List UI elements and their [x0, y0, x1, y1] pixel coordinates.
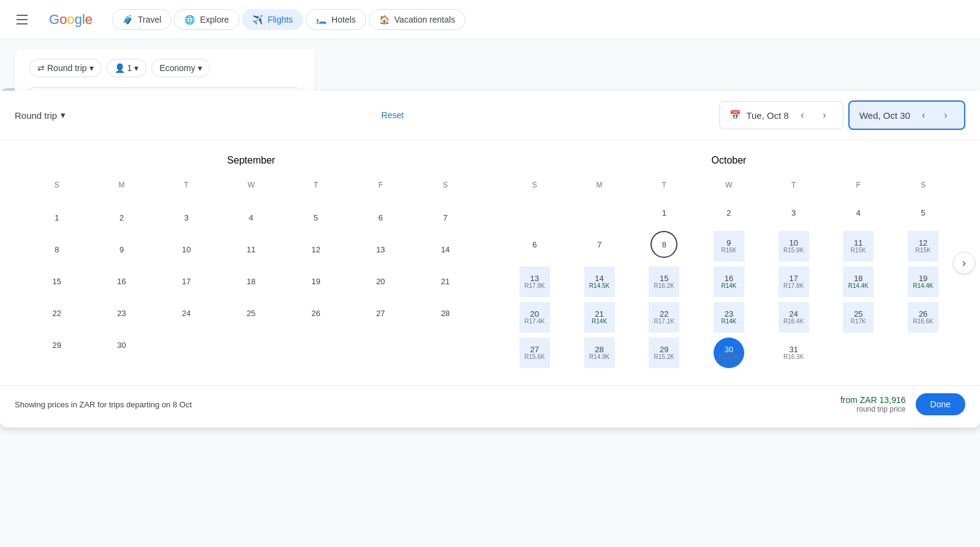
next-month-button[interactable]: ›: [953, 252, 975, 274]
day-button[interactable]: 26R16.6K: [908, 302, 938, 333]
calendar-cell: 21R14K: [567, 300, 632, 335]
calendar-cell: 14: [413, 233, 478, 265]
calendar-cell: 14R14.5K: [567, 264, 632, 300]
day-button[interactable]: 10: [173, 236, 200, 263]
day-button[interactable]: 19R14.4K: [908, 266, 938, 297]
calendar-cell: 26: [284, 297, 349, 329]
day-button[interactable]: 15: [43, 268, 70, 295]
day-button[interactable]: 1: [43, 204, 70, 231]
day-button[interactable]: 20R17.4K: [519, 302, 550, 333]
trip-type-selector[interactable]: ⇄ Round trip ▾: [29, 59, 102, 77]
calendar-cell: 25R17K: [826, 300, 891, 335]
day-button[interactable]: 18R14.4K: [843, 266, 873, 297]
nav-tab-travel[interactable]: 🧳 Travel: [112, 9, 172, 30]
hotels-label: Hotels: [331, 15, 356, 25]
day-button[interactable]: 28R14.9K: [584, 338, 615, 368]
day-button[interactable]: 8: [650, 231, 677, 258]
calendar-cell: 17R17.8K: [761, 264, 826, 300]
day-button[interactable]: 14R14.5K: [584, 266, 615, 297]
depart-prev-button[interactable]: ‹: [794, 107, 811, 124]
calendar-cell: 20: [349, 265, 413, 297]
depart-date-input[interactable]: 📅 Tue, Oct 8 ‹ ›: [719, 101, 843, 129]
day-button[interactable]: 25: [238, 300, 265, 326]
day-button[interactable]: 6: [521, 231, 548, 258]
day-button[interactable]: 7: [586, 231, 613, 258]
day-button[interactable]: 29: [43, 331, 70, 358]
calendar-cell: 19R14.4K: [891, 264, 956, 300]
top-navigation: Google 🧳 Travel 🌐 Explore ✈️ Flights 🛏️ …: [0, 0, 980, 39]
done-button[interactable]: Done: [916, 393, 965, 415]
day-button[interactable]: 18: [238, 268, 265, 295]
day-button[interactable]: 4: [238, 204, 265, 231]
day-button[interactable]: 8: [43, 236, 70, 263]
september-title: September: [24, 155, 478, 166]
day-button[interactable]: 23R14K: [714, 302, 744, 333]
return-prev-button[interactable]: ‹: [915, 107, 932, 124]
september-grid: S M T W T F S 12345678910111213141516171…: [24, 178, 478, 361]
october-grid: S M T W T F S 123456789R16K10R15.9K11R15…: [502, 178, 956, 371]
day-button[interactable]: 24R16.4K: [778, 302, 809, 333]
day-button[interactable]: 26: [303, 300, 330, 326]
day-button[interactable]: 27: [367, 300, 394, 326]
day-button[interactable]: 22R17.1K: [649, 302, 679, 333]
depart-next-button[interactable]: ›: [816, 107, 833, 124]
day-button[interactable]: 6: [367, 204, 394, 231]
day-button[interactable]: 12: [303, 236, 330, 263]
day-button[interactable]: 19: [303, 268, 330, 295]
day-button[interactable]: 9: [108, 236, 135, 263]
day-button[interactable]: 5: [910, 199, 937, 226]
day-button[interactable]: 2: [715, 199, 742, 226]
day-button[interactable]: 20: [367, 268, 394, 295]
day-button[interactable]: 21R14K: [584, 302, 615, 333]
day-button[interactable]: 22: [43, 300, 70, 326]
day-button[interactable]: 16R14K: [714, 266, 744, 297]
day-button[interactable]: 1: [650, 199, 677, 226]
day-button[interactable]: 27R15.6K: [519, 338, 550, 368]
calendar-cell: 5: [891, 197, 956, 228]
day-button[interactable]: 17R17.8K: [778, 266, 809, 297]
day-button[interactable]: 16: [108, 268, 135, 295]
day-button[interactable]: 29R15.2K: [649, 338, 679, 368]
return-date-input[interactable]: Wed, Oct 30 ‹ ›: [848, 100, 965, 130]
day-button[interactable]: 14: [432, 236, 459, 263]
day-button[interactable]: 15R16.2K: [649, 266, 679, 297]
cabin-selector[interactable]: Economy ▾: [151, 59, 209, 77]
day-button[interactable]: 21: [432, 268, 459, 295]
day-button[interactable]: 24: [173, 300, 200, 326]
calendar-cell: 28: [413, 297, 478, 329]
calendar-cell: 18R14.4K: [826, 264, 891, 300]
day-button[interactable]: 31R16.3K: [778, 338, 809, 368]
reset-button[interactable]: Reset: [382, 110, 404, 120]
day-button[interactable]: 4: [845, 199, 872, 226]
round-trip-selector[interactable]: Round trip ▾: [15, 110, 66, 121]
calendar-cell: 15R16.2K: [631, 264, 696, 300]
day-button[interactable]: 23: [108, 300, 135, 326]
day-button[interactable]: 30: [108, 331, 135, 358]
calendar-cell: 22: [24, 297, 89, 329]
nav-tab-hotels[interactable]: 🛏️ Hotels: [306, 9, 366, 30]
calendar-cell: 2: [89, 202, 154, 233]
nav-tab-explore[interactable]: 🌐 Explore: [174, 9, 239, 30]
nav-tab-vacation[interactable]: 🏠 Vacation rentals: [369, 9, 466, 30]
day-button[interactable]: 5: [303, 204, 330, 231]
hamburger-menu[interactable]: [10, 7, 34, 32]
day-button[interactable]: 9R16K: [714, 231, 744, 262]
day-button[interactable]: 13: [367, 236, 394, 263]
day-button[interactable]: 10R15.9K: [778, 231, 809, 262]
day-button[interactable]: 2: [108, 204, 135, 231]
day-button[interactable]: 3: [173, 204, 200, 231]
day-button[interactable]: 17: [173, 268, 200, 295]
day-button[interactable]: 7: [432, 204, 459, 231]
day-button[interactable]: 28: [432, 300, 459, 326]
day-button[interactable]: 13R17.9K: [519, 266, 550, 297]
day-button[interactable]: 25R17K: [843, 302, 873, 333]
return-next-button[interactable]: ›: [937, 107, 954, 124]
day-button[interactable]: 11R15K: [843, 231, 873, 262]
passengers-selector[interactable]: 👤 1 ▾: [107, 59, 147, 77]
day-button[interactable]: 11: [238, 236, 265, 263]
nav-tab-flights[interactable]: ✈️ Flights: [242, 9, 303, 30]
cabin-chevron: ▾: [198, 63, 202, 73]
day-button[interactable]: 12R15K: [908, 231, 938, 262]
day-button[interactable]: 30R13.9K: [714, 338, 744, 368]
day-button[interactable]: 3: [780, 199, 807, 226]
